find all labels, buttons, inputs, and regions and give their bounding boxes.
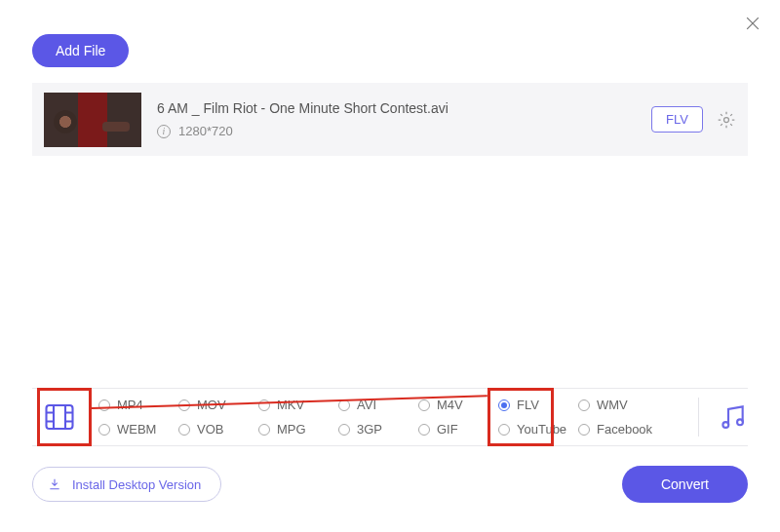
- format-option-youtube[interactable]: YouTube: [498, 422, 578, 437]
- install-desktop-label: Install Desktop Version: [72, 477, 201, 492]
- info-icon[interactable]: i: [157, 125, 171, 138]
- format-label: AVI: [357, 398, 376, 412]
- radio-icon: [258, 424, 270, 436]
- format-option-3gp[interactable]: 3GP: [338, 422, 418, 437]
- video-thumbnail[interactable]: [44, 93, 141, 147]
- radio-icon: [178, 424, 190, 436]
- svg-point-2: [722, 422, 728, 428]
- format-option-vob[interactable]: VOB: [178, 422, 258, 437]
- format-option-gif[interactable]: GIF: [418, 422, 498, 437]
- convert-button[interactable]: Convert: [622, 466, 748, 503]
- video-tab-icon[interactable]: [38, 396, 81, 438]
- file-title: 6 AM _ Film Riot - One Minute Short Cont…: [157, 100, 651, 116]
- add-file-button[interactable]: Add File: [32, 34, 129, 67]
- format-option-mp4[interactable]: MP4: [98, 398, 178, 412]
- svg-point-3: [737, 419, 743, 425]
- format-option-m4v[interactable]: M4V: [418, 398, 498, 412]
- format-label: YouTube: [517, 422, 566, 437]
- radio-icon: [178, 399, 190, 411]
- svg-point-0: [724, 117, 729, 122]
- format-label: FLV: [517, 398, 539, 412]
- format-label: 3GP: [357, 422, 382, 437]
- audio-tab-icon[interactable]: [717, 401, 748, 433]
- format-label: VOB: [197, 422, 223, 437]
- format-label: MOV: [197, 398, 226, 412]
- format-label: MKV: [277, 398, 304, 412]
- radio-icon: [418, 424, 430, 436]
- radio-icon: [98, 399, 110, 411]
- radio-icon: [338, 424, 350, 436]
- format-label: Facebook: [597, 422, 652, 437]
- radio-icon: [578, 399, 590, 411]
- radio-icon: [418, 399, 430, 411]
- format-label: WEBM: [117, 422, 156, 437]
- gear-icon[interactable]: [717, 110, 736, 130]
- radio-icon: [498, 399, 510, 411]
- install-desktop-button[interactable]: Install Desktop Version: [32, 467, 221, 502]
- file-row: 6 AM _ Film Riot - One Minute Short Cont…: [32, 83, 748, 156]
- format-bar: MP4MOVMKVAVIM4VFLVWMVWEBMVOBMPG3GPGIFYou…: [32, 388, 748, 446]
- format-option-mov[interactable]: MOV: [178, 398, 258, 412]
- radio-icon: [498, 424, 510, 436]
- format-badge[interactable]: FLV: [651, 106, 703, 133]
- format-option-webm[interactable]: WEBM: [98, 422, 178, 437]
- format-label: GIF: [437, 422, 458, 437]
- svg-rect-1: [47, 405, 73, 429]
- format-label: M4V: [437, 398, 463, 412]
- format-label: MPG: [277, 422, 306, 437]
- download-icon: [47, 476, 62, 492]
- format-option-mpg[interactable]: MPG: [258, 422, 338, 437]
- format-option-flv[interactable]: FLV: [498, 398, 578, 412]
- file-resolution: 1280*720: [178, 124, 233, 138]
- format-option-mkv[interactable]: MKV: [258, 398, 338, 412]
- format-label: MP4: [117, 398, 143, 412]
- format-option-wmv[interactable]: WMV: [578, 398, 658, 412]
- radio-icon: [338, 399, 350, 411]
- radio-icon: [258, 399, 270, 411]
- divider: [698, 398, 699, 437]
- radio-icon: [578, 424, 590, 436]
- format-option-facebook[interactable]: Facebook: [578, 422, 658, 437]
- format-option-avi[interactable]: AVI: [338, 398, 418, 412]
- format-label: WMV: [597, 398, 628, 412]
- close-icon[interactable]: [743, 14, 762, 33]
- radio-icon: [98, 424, 110, 436]
